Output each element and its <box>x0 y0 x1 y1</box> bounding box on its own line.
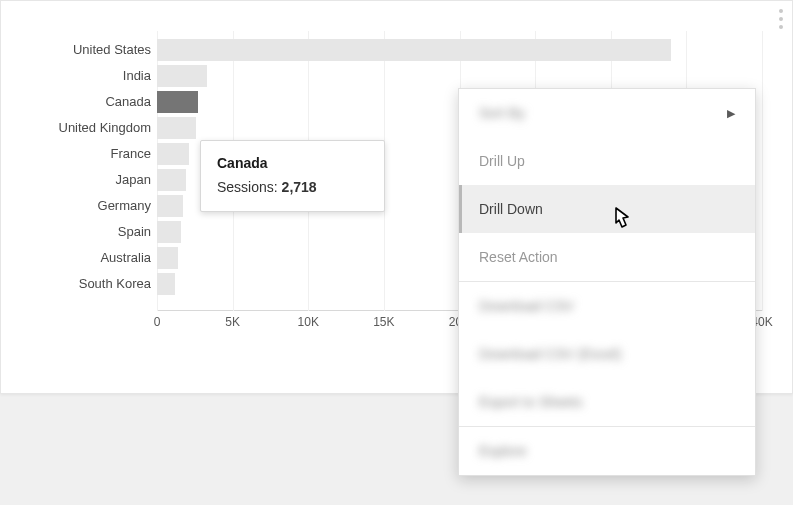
menu-item-explore: Explore <box>459 427 755 475</box>
bar[interactable] <box>157 65 207 87</box>
x-tick-label: 5K <box>225 315 240 329</box>
tooltip: Canada Sessions: 2,718 <box>200 140 385 212</box>
bar[interactable] <box>157 91 198 113</box>
menu-item-export-to-sheets: Export to Sheets <box>459 378 755 426</box>
bar[interactable] <box>157 247 178 269</box>
menu-item-drill-down[interactable]: Drill Down <box>459 185 755 233</box>
bar-row: United States <box>15 37 775 63</box>
menu-item-label: Explore <box>479 427 526 475</box>
menu-item-label: Drill Down <box>479 185 543 233</box>
menu-item-drill-up: Drill Up <box>459 137 755 185</box>
tooltip-metric-label: Sessions: <box>217 179 282 195</box>
tooltip-metric: Sessions: 2,718 <box>217 179 368 195</box>
category-label: United Kingdom <box>59 115 152 141</box>
x-tick-label: 0 <box>154 315 161 329</box>
more-options-icon[interactable] <box>774 9 788 29</box>
category-label: Australia <box>100 245 151 271</box>
tooltip-title: Canada <box>217 155 368 171</box>
x-tick-label: 15K <box>373 315 394 329</box>
menu-item-label: Export to Sheets <box>479 378 583 426</box>
category-label: South Korea <box>79 271 151 297</box>
menu-item-label: Download CSV <box>479 282 574 330</box>
category-label: Canada <box>105 89 151 115</box>
menu-item-label: Download CSV (Excel) <box>479 330 621 378</box>
category-label: India <box>123 63 151 89</box>
menu-item-label: Drill Up <box>479 137 525 185</box>
bar[interactable] <box>157 143 189 165</box>
bar[interactable] <box>157 273 175 295</box>
menu-item-reset-action: Reset Action <box>459 233 755 281</box>
category-label: Japan <box>116 167 151 193</box>
bar[interactable] <box>157 195 183 217</box>
category-label: United States <box>73 37 151 63</box>
category-label: Germany <box>98 193 151 219</box>
tooltip-metric-value: 2,718 <box>282 179 317 195</box>
menu-item-download-csv-excel-: Download CSV (Excel) <box>459 330 755 378</box>
chevron-right-icon: ▶ <box>727 89 735 137</box>
bar[interactable] <box>157 221 181 243</box>
bar[interactable] <box>157 117 196 139</box>
bar[interactable] <box>157 39 671 61</box>
category-label: Spain <box>118 219 151 245</box>
bar-row: India <box>15 63 775 89</box>
menu-item-label: Reset Action <box>479 233 558 281</box>
bar[interactable] <box>157 169 186 191</box>
menu-item-download-csv: Download CSV <box>459 282 755 330</box>
context-menu[interactable]: Sort By▶Drill UpDrill DownReset ActionDo… <box>458 88 756 476</box>
x-tick-label: 10K <box>298 315 319 329</box>
menu-item-sort-by[interactable]: Sort By▶ <box>459 89 755 137</box>
menu-item-label: Sort By <box>479 89 525 137</box>
category-label: France <box>111 141 151 167</box>
